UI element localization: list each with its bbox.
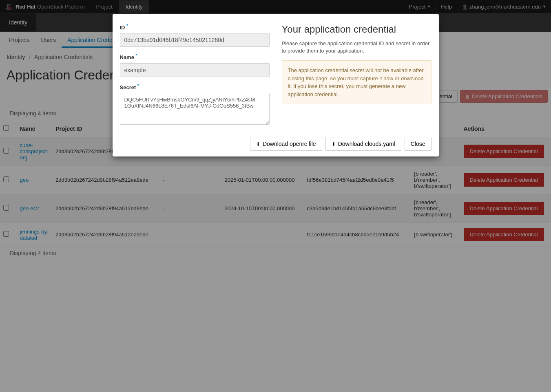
name-label: Name * [120,53,270,60]
download-openrc-button[interactable]: Download openrc file [250,137,322,151]
secret-label: Secret * [120,84,270,90]
download-clouds-button[interactable]: Download clouds.yaml [325,137,401,151]
id-field[interactable] [120,33,270,47]
required-icon: * [126,24,128,28]
dl-clouds-label: Download clouds.yaml [338,141,395,147]
modal-title: Your application credential [282,24,432,35]
dl-openrc-label: Download openrc file [263,141,316,147]
required-icon: * [137,84,139,88]
required-icon: * [136,53,137,58]
close-button[interactable]: Close [405,137,432,151]
download-icon [332,141,336,147]
modal-footer: Download openrc file Download clouds.yam… [113,131,439,156]
credential-modal: ID * Name * Secret * DQC5FUlTvYsHwBmsbOY… [113,14,439,156]
download-icon [256,141,260,147]
secret-field[interactable]: DQC5FUlTvYsHwBmsbOYCm9_qqZjyANlYbihPlxZ4… [120,93,270,125]
modal-overlay[interactable]: ID * Name * Secret * DQC5FUlTvYsHwBmsbOY… [0,0,551,392]
warning-box: The application credential secret will n… [282,60,432,104]
name-field[interactable] [120,63,270,77]
modal-description: Please capture the application credentia… [282,40,432,55]
id-label: ID * [120,24,270,31]
